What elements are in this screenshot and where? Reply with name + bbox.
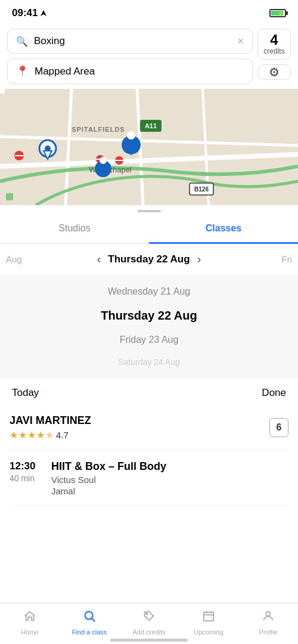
- star-3: ★: [27, 429, 36, 441]
- credits-label: credits: [263, 47, 284, 55]
- tab-classes[interactable]: Classes: [149, 215, 298, 244]
- search-box[interactable]: 🔍 ×: [7, 29, 253, 54]
- credits-badge: 4 credits: [257, 29, 291, 60]
- map-view[interactable]: A11 B126 SPITALFIELDS Whitechapel: [0, 89, 298, 205]
- drag-handle-bar: [137, 210, 161, 212]
- today-label: Today: [12, 387, 39, 399]
- rating-number: 4.7: [56, 430, 69, 440]
- svg-text:B126: B126: [194, 186, 209, 193]
- credits-count: 4: [270, 33, 278, 47]
- nav-item-profile[interactable]: Profile: [238, 603, 298, 644]
- location-arrow-icon: [40, 10, 47, 17]
- search-inputs-container: 🔍 × 📍 Mapped Area: [7, 29, 253, 84]
- battery-icon: ⚡: [269, 9, 286, 17]
- date-navigator: Aug ‹ Thursday 22 Aug › Fri: [0, 244, 298, 274]
- instructor-item[interactable]: JAVI MARTINEZ ★ ★ ★ ★ ★ 4.7 6: [10, 405, 288, 451]
- class-instructor-name: Jamal: [51, 486, 288, 496]
- star-1: ★: [10, 429, 18, 441]
- location-box[interactable]: 📍 Mapped Area: [7, 58, 253, 84]
- prev-date-button[interactable]: ‹: [90, 252, 108, 266]
- current-date-label: Thursday 22 Aug: [108, 253, 190, 265]
- date-option-thu[interactable]: Thursday 22 Aug: [0, 304, 298, 327]
- time-display: 09:41: [12, 7, 38, 19]
- class-time: 12:30: [10, 460, 51, 472]
- class-duration: 40 min: [10, 473, 51, 483]
- status-time: 09:41: [12, 7, 47, 19]
- date-scroll-picker[interactable]: Wednesday 21 Aug Thursday 22 Aug Friday …: [0, 274, 298, 379]
- class-item-hiit[interactable]: 12:30 40 min HIIT & Box – Full Body Vict…: [10, 451, 288, 506]
- status-icons: ⚡: [269, 9, 286, 17]
- profile-icon: [262, 609, 275, 626]
- svg-rect-31: [204, 612, 214, 621]
- map-svg: A11 B126 SPITALFIELDS Whitechapel: [0, 89, 298, 205]
- class-list: JAVI MARTINEZ ★ ★ ★ ★ ★ 4.7 6 12:30 40 m…: [0, 405, 298, 506]
- svg-point-26: [100, 157, 107, 164]
- svg-point-30: [146, 613, 148, 615]
- tag-icon: [142, 609, 156, 626]
- stars-display: ★ ★ ★ ★ ★: [10, 429, 54, 441]
- search-area: 🔍 × 📍 Mapped Area 4 credits ⚙: [0, 24, 298, 89]
- next-day-label: Fri: [282, 254, 293, 264]
- svg-marker-0: [41, 10, 46, 16]
- tabs-bar: Studios Classes: [0, 215, 298, 244]
- date-option-fri[interactable]: Friday 23 Aug: [0, 330, 298, 350]
- nav-item-add-credits[interactable]: Add credits: [119, 603, 179, 644]
- svg-point-24: [127, 131, 135, 140]
- svg-point-28: [85, 612, 93, 620]
- clear-search-button[interactable]: ×: [237, 36, 244, 47]
- nav-label-home: Home: [21, 628, 38, 636]
- home-indicator: [110, 639, 188, 642]
- nav-label-upcoming: Upcoming: [194, 628, 224, 636]
- instructor-info: JAVI MARTINEZ ★ ★ ★ ★ ★ 4.7: [10, 414, 262, 441]
- star-4: ★: [36, 429, 45, 441]
- class-time-col: 12:30 40 min: [10, 460, 51, 483]
- svg-text:SPITALFIELDS: SPITALFIELDS: [72, 126, 125, 133]
- date-option-wed[interactable]: Wednesday 21 Aug: [0, 281, 298, 302]
- class-info: HIIT & Box – Full Body Victus Soul Jamal: [51, 460, 288, 496]
- calendar-icon: [202, 609, 215, 626]
- svg-rect-20: [6, 193, 13, 200]
- class-name: HIIT & Box – Full Body: [51, 460, 288, 473]
- drag-handle[interactable]: [0, 205, 298, 215]
- search-icon: 🔍: [16, 36, 28, 47]
- tab-studios[interactable]: Studios: [0, 215, 149, 244]
- svg-point-35: [266, 612, 270, 616]
- done-button[interactable]: Done: [262, 387, 286, 399]
- home-icon: [23, 609, 36, 626]
- nav-item-home[interactable]: Home: [0, 603, 60, 644]
- nav-item-find-class[interactable]: Find a class: [60, 603, 119, 644]
- svg-rect-14: [0, 89, 5, 94]
- svg-line-29: [92, 618, 95, 621]
- today-done-bar: Today Done: [0, 379, 298, 405]
- location-text: Mapped Area: [35, 66, 95, 78]
- instructor-name: JAVI MARTINEZ: [10, 414, 262, 427]
- nav-item-upcoming[interactable]: Upcoming: [179, 603, 238, 644]
- search-nav-icon: [83, 609, 96, 626]
- search-input[interactable]: [34, 35, 231, 47]
- filter-icon: ⚙: [269, 65, 280, 79]
- class-studio: Victus Soul: [51, 475, 288, 485]
- status-bar: 09:41 ⚡: [0, 0, 298, 24]
- nav-label-find-class: Find a class: [72, 628, 107, 636]
- star-2: ★: [18, 429, 27, 441]
- location-pin-icon: 📍: [16, 65, 29, 78]
- star-half: ★: [45, 429, 54, 441]
- svg-text:A11: A11: [145, 122, 157, 129]
- spots-count: 6: [269, 418, 288, 437]
- nav-label-profile: Profile: [259, 628, 277, 636]
- rating-row: ★ ★ ★ ★ ★ 4.7: [10, 429, 262, 441]
- bottom-nav: Home Find a class Add credits: [0, 603, 298, 644]
- nav-label-add-credits: Add credits: [132, 628, 165, 636]
- prev-month-label: Aug: [6, 254, 22, 264]
- filter-button[interactable]: ⚙: [257, 64, 291, 80]
- date-option-sat[interactable]: Saturday 24 Aug: [0, 352, 298, 371]
- next-date-button[interactable]: ›: [190, 252, 209, 266]
